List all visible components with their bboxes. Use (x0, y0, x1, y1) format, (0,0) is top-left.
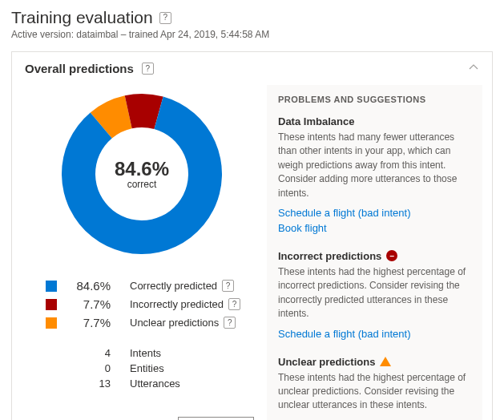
problem-item: Incorrect predictions−These intents had … (278, 250, 471, 340)
legend-row: 7.7%Incorrectly predicted? (46, 297, 254, 311)
problem-title: Incorrect predictions (278, 250, 381, 262)
intent-link[interactable]: Schedule a flight (bad intent) (278, 328, 471, 340)
problem-item: Unclear predictionsThese intents had the… (278, 356, 471, 420)
legend-swatch (46, 281, 57, 292)
problem-description: These intents had the highest percentage… (278, 265, 471, 321)
help-icon[interactable]: ? (222, 280, 234, 292)
donut-chart: 84.6% correct (58, 90, 226, 258)
problems-panel: Problems and Suggestions Data ImbalanceT… (267, 85, 482, 420)
problem-description: These intents had many fewer utterances … (278, 131, 471, 200)
overall-predictions-panel: Overall predictions ? 84.6% correct 84.6… (11, 51, 493, 420)
problem-title: Data Imbalance (278, 115, 354, 127)
legend-label: Unclear predictions (130, 317, 219, 329)
legend-swatch (46, 299, 57, 310)
problem-description: These intents had the highest percentage… (278, 371, 471, 413)
help-icon[interactable]: ? (142, 63, 154, 75)
problem-item: Data ImbalanceThese intents had many few… (278, 115, 471, 234)
count-label: Utterances (130, 378, 180, 390)
legend-swatch (46, 317, 57, 329)
count-value: 13 (46, 378, 111, 390)
count-value: 4 (46, 347, 111, 359)
count-value: 0 (46, 362, 111, 374)
legend-value: 7.7% (67, 316, 111, 329)
legend-label: Correctly predicted (130, 280, 217, 292)
legend-value: 84.6% (67, 279, 111, 293)
count-row: 13Utterances (46, 378, 254, 390)
problem-title: Unclear predictions (278, 356, 375, 368)
active-version-subtitle: Active version: dataimbal – trained Apr … (11, 29, 493, 40)
help-icon[interactable]: ? (159, 12, 171, 24)
chevron-up-icon[interactable] (468, 62, 479, 75)
error-icon: − (386, 250, 397, 261)
legend-row: 84.6%Correctly predicted? (46, 279, 254, 293)
page-title: Training evaluation (11, 8, 153, 27)
legend: 84.6%Correctly predicted?7.7%Incorrectly… (22, 279, 262, 334)
warning-icon (380, 357, 391, 366)
help-icon[interactable]: ? (224, 317, 236, 329)
panel-header[interactable]: Overall predictions ? (12, 52, 492, 85)
count-row: 4Intents (46, 347, 254, 359)
legend-row: 7.7%Unclear predictions? (46, 316, 254, 329)
count-label: Intents (130, 347, 161, 359)
count-row: 0Entities (46, 362, 254, 374)
version-select[interactable]: — (178, 417, 254, 420)
intent-link[interactable]: Schedule a flight (bad intent) (278, 207, 471, 219)
help-icon[interactable]: ? (228, 298, 240, 310)
count-label: Entities (130, 362, 164, 374)
panel-title: Overall predictions (25, 62, 134, 75)
legend-label: Incorrectly predicted (130, 298, 224, 310)
donut-center-value: 84.6% (115, 158, 169, 180)
intent-link[interactable]: Book flight (278, 222, 471, 234)
donut-center-label: correct (127, 179, 157, 190)
counts: 4Intents0Entities13Utterances (22, 347, 262, 393)
legend-value: 7.7% (67, 297, 111, 311)
problems-heading: Problems and Suggestions (278, 95, 471, 104)
